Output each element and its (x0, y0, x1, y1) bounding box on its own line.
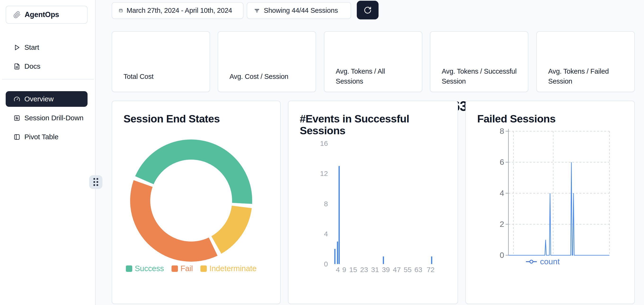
donut-slice-indeterminate[interactable] (211, 206, 252, 254)
legend-swatch-icon (172, 265, 178, 272)
sessions-filter-button[interactable]: Showing 44/44 Sessions (247, 2, 351, 19)
stat-card-avg-cost-session: Avg. Cost / Session $0.27 (218, 31, 316, 92)
events-bar-chart[interactable]: 0481216491523313947556372 (288, 101, 458, 304)
play-icon (14, 44, 20, 51)
refresh-icon (364, 6, 372, 14)
sidebar-item-label: Pivot Table (24, 133, 58, 141)
bar-y-tick-16: 16 (311, 139, 328, 148)
stat-card-avg-tokens-all: Avg. Tokens / AllSessions 3,598 (324, 31, 422, 92)
legend-label: Indeterminate (210, 264, 256, 273)
sidebar-item-pivot-table[interactable]: Pivot Table (6, 129, 88, 144)
calendar-icon (119, 9, 123, 13)
legend-swatch-icon (200, 265, 207, 272)
line-y-tick-6: 6 (488, 157, 504, 167)
failed-sessions-card: Failed Sessions 02468 count (465, 101, 635, 304)
sidebar: AgentOps Start Docs Overview Sessi (0, 0, 96, 305)
bar-events-4[interactable] (337, 241, 338, 264)
sidebar-item-label: Docs (24, 62, 40, 70)
legend-item-indeterminate[interactable]: Indeterminate (200, 264, 256, 273)
line-legend-label: count (540, 257, 560, 266)
sidebar-item-overview[interactable]: Overview (6, 91, 88, 107)
line-y-tick-4: 4 (488, 188, 504, 198)
filter-lines-icon (254, 8, 260, 14)
session-end-states-card: Session End States SuccessFailIndetermin… (112, 101, 280, 304)
date-range-label: March 27th, 2024 - April 10th, 2024 (126, 7, 232, 15)
donut-slice-fail[interactable] (130, 180, 218, 262)
events-in-successful-sessions-card: #Events in SuccessfulSessions 0481216491… (288, 101, 458, 304)
stat-label: Avg. Cost / Session (230, 72, 308, 82)
sidebar-item-label: Start (24, 43, 39, 51)
line-y-tick-8: 8 (488, 126, 504, 136)
sidebar-resize-handle[interactable] (89, 175, 102, 189)
sidebar-item-docs[interactable]: Docs (6, 59, 88, 74)
stat-card-avg-tokens-failed: Avg. Tokens / FailedSession 3,856 (536, 31, 635, 92)
sidebar-item-label: Overview (24, 95, 54, 103)
stat-label: Total Cost (124, 72, 202, 82)
stat-label: Avg. Tokens / FailedSession (548, 66, 626, 86)
document-icon (14, 63, 20, 70)
bar-y-tick-0: 0 (311, 260, 328, 268)
paperclip-logo-icon (13, 11, 21, 19)
bar-events-5[interactable] (338, 166, 340, 264)
sidebar-item-label: Session Drill-Down (24, 114, 84, 122)
sidebar-divider (2, 79, 94, 80)
app-title: AgentOps (24, 11, 59, 19)
bar-events-2[interactable] (334, 249, 336, 264)
stat-card-total-cost: Total Cost $4.79 (112, 31, 210, 92)
stat-label: Avg. Tokens / SuccessfulSession (442, 66, 520, 86)
bar-x-tick-72: 72 (423, 266, 438, 274)
count-series-line[interactable] (508, 162, 610, 255)
donut-slice-success[interactable] (135, 139, 252, 204)
count-series-marker-icon (526, 259, 537, 264)
stat-card-avg-tokens-successful: Avg. Tokens / SuccessfulSession 4,638 (430, 31, 528, 92)
failed-sessions-line-chart[interactable]: 02468 (466, 101, 635, 304)
bar-y-tick-4: 4 (311, 230, 328, 238)
app-logo[interactable]: AgentOps (6, 6, 88, 24)
legend-label: Success (135, 264, 164, 273)
stat-label: Avg. Tokens / AllSessions (336, 66, 414, 86)
line-y-tick-2: 2 (488, 219, 504, 229)
legend-label: Fail (180, 264, 193, 273)
bar-events-72[interactable] (431, 256, 432, 264)
sidebar-item-start[interactable]: Start (6, 40, 88, 55)
line-legend-count[interactable]: count (492, 257, 593, 266)
agentops-dashboard: AgentOps Start Docs Overview Sessi (0, 0, 644, 305)
bar-y-tick-12: 12 (311, 170, 328, 178)
panel-columns-icon (14, 134, 20, 140)
donut-legend: SuccessFailIndeterminate (117, 264, 266, 273)
legend-swatch-icon (126, 265, 132, 272)
session-end-states-donut-chart[interactable] (112, 101, 281, 304)
bar-y-tick-8: 8 (311, 200, 328, 208)
gauge-icon (14, 96, 20, 102)
drag-dots-icon (94, 178, 98, 186)
list-box-icon (14, 115, 20, 121)
legend-item-fail[interactable]: Fail (172, 264, 193, 273)
sessions-filter-label: Showing 44/44 Sessions (264, 7, 338, 15)
refresh-button[interactable] (357, 1, 378, 20)
legend-item-success[interactable]: Success (126, 264, 164, 273)
date-range-button[interactable]: March 27th, 2024 - April 10th, 2024 (112, 2, 244, 19)
sidebar-item-session-drill-down[interactable]: Session Drill-Down (6, 110, 88, 126)
bar-events-37[interactable] (383, 256, 384, 264)
